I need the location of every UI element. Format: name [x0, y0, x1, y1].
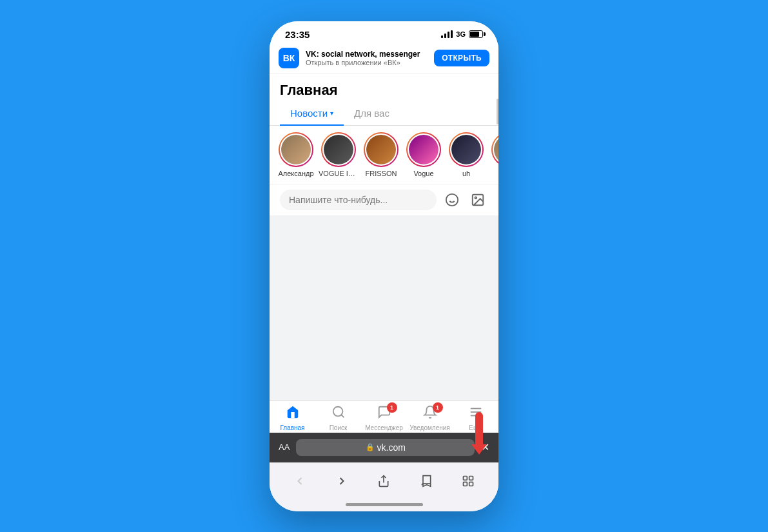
safari-address-bar: AA 🔒 vk.com ✕ [270, 433, 498, 462]
tab-for-you-label: Для вас [354, 108, 389, 119]
vk-app-name: VK: social network, messenger [306, 50, 428, 59]
svg-rect-11 [464, 476, 468, 480]
safari-bookmarks-button[interactable] [415, 469, 438, 493]
messenger-badge: 1 [387, 402, 397, 413]
nav-label-home: Главная [280, 424, 304, 431]
nav-item-home[interactable]: Главная [270, 405, 315, 431]
nav-item-search[interactable]: Поиск [315, 405, 361, 431]
post-image-button[interactable] [468, 190, 488, 210]
page-title: Главная [270, 74, 498, 101]
home-icon [286, 405, 300, 423]
vk-app-icon: ВК [279, 48, 299, 68]
red-arrow-indicator [471, 412, 487, 455]
nav-item-notifications[interactable]: 1 Уведомления [407, 405, 453, 431]
search-icon [331, 405, 346, 423]
vk-app-banner: ВК VK: social network, messenger Открыть… [270, 43, 498, 74]
story-item-4[interactable]: uh [445, 132, 487, 177]
story-label-2: FRISSON [366, 170, 397, 177]
status-time: 23:35 [285, 29, 310, 40]
svg-rect-14 [469, 482, 473, 486]
story-item-2[interactable]: FRISSON [360, 132, 402, 177]
battery-icon [469, 30, 483, 38]
safari-back-button[interactable] [288, 469, 311, 493]
tab-news-arrow: ▾ [330, 110, 333, 117]
main-content: Главная Новости ▾ Для вас Александр [270, 74, 498, 400]
tab-for-you[interactable]: Для вас [344, 101, 400, 125]
safari-forward-button[interactable] [330, 469, 353, 493]
story-item-0[interactable]: Александр [275, 132, 317, 177]
svg-rect-13 [464, 482, 468, 486]
safari-url-field[interactable]: 🔒 vk.com [296, 439, 475, 456]
nav-label-notifications: Уведомления [409, 424, 450, 431]
status-bar: 23:35 3G [270, 21, 498, 43]
post-emoji-button[interactable] [442, 190, 462, 210]
story-item-3[interactable]: Vogue [402, 132, 445, 177]
nav-label-search: Поиск [330, 424, 348, 431]
phone-frame: 23:35 3G ВК VK: social network, messenge… [270, 21, 498, 511]
svg-point-4 [475, 197, 477, 199]
nav-label-messenger: Мессенджер [365, 424, 403, 431]
svg-rect-12 [469, 476, 473, 480]
scroll-indicator [497, 99, 498, 415]
safari-lock-icon: 🔒 [366, 443, 375, 451]
safari-toolbar [270, 462, 498, 499]
vk-open-subtitle: Открыть в приложении «ВК» [306, 59, 428, 66]
home-indicator [270, 499, 498, 511]
tab-news[interactable]: Новости ▾ [280, 101, 344, 125]
svg-point-5 [333, 406, 342, 416]
bottom-nav: Главная Поиск 1 [270, 400, 498, 433]
notifications-badge: 1 [433, 402, 443, 413]
network-label: 3G [456, 30, 466, 38]
story-item-1[interactable]: VOGUE IS ... [317, 132, 360, 177]
post-input-field[interactable] [280, 190, 437, 210]
tab-news-label: Новости [290, 108, 328, 119]
story-label-1: VOGUE IS ... [319, 170, 359, 177]
story-label-3: Vogue [413, 170, 433, 177]
safari-share-button[interactable] [372, 469, 395, 493]
post-input-row [270, 184, 498, 215]
svg-line-6 [341, 415, 344, 417]
vk-icon-text: ВК [283, 53, 295, 63]
signal-bars-icon [441, 30, 453, 38]
safari-aa-label[interactable]: AA [279, 442, 290, 452]
vk-banner-text-block: VK: social network, messenger Открыть в … [306, 50, 428, 66]
stories-row: Александр VOGUE IS ... FRISSON [270, 126, 498, 184]
vk-open-button[interactable]: ОТКРЫТЬ [434, 50, 489, 66]
tabs-container: Новости ▾ Для вас [270, 101, 498, 126]
nav-item-messenger[interactable]: 1 Мессенджер [361, 405, 407, 431]
safari-tabs-button[interactable] [457, 469, 480, 493]
story-label-4: uh [462, 170, 470, 177]
status-icons: 3G [441, 30, 483, 38]
safari-url-text: vk.com [377, 442, 406, 453]
feed-area [270, 215, 498, 400]
svg-point-0 [446, 193, 458, 205]
story-label-0: Александр [278, 170, 313, 177]
